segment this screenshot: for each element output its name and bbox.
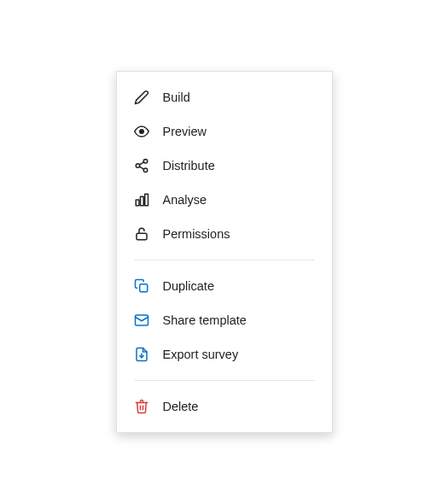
envelope-icon [134,313,149,328]
menu-item-distribute[interactable]: Distribute [117,149,332,183]
menu-divider [134,380,315,381]
copy-icon [134,278,149,294]
menu-item-label: Distribute [163,159,215,173]
trash-icon [134,399,149,414]
menu-item-label: Analyse [163,193,207,207]
menu-item-share-template[interactable]: Share template [117,303,332,337]
menu-item-analyse[interactable]: Analyse [117,183,332,217]
menu-item-label: Build [163,91,190,104]
svg-line-4 [139,167,143,169]
menu-divider [134,260,315,260]
svg-point-0 [139,129,143,133]
menu-item-label: Export survey [163,348,239,361]
svg-rect-6 [136,200,139,206]
pencil-icon [134,90,149,105]
context-menu: Build Preview Distribute [116,71,333,433]
download-file-icon [134,347,149,362]
menu-item-delete[interactable]: Delete [117,389,332,424]
menu-item-label: Share template [163,313,247,327]
lock-icon [134,226,149,242]
menu-item-duplicate[interactable]: Duplicate [117,269,332,303]
menu-item-export-survey[interactable]: Export survey [117,337,332,371]
bar-chart-icon [134,192,149,208]
menu-item-label: Permissions [163,227,230,241]
menu-item-preview[interactable]: Preview [117,114,332,149]
svg-line-5 [139,161,143,164]
svg-rect-9 [137,233,147,240]
menu-item-permissions[interactable]: Permissions [117,217,332,251]
menu-item-build[interactable]: Build [117,80,332,114]
svg-rect-7 [140,196,143,206]
share-icon [134,158,149,173]
menu-item-label: Preview [163,125,207,138]
eye-icon [134,124,149,139]
menu-item-label: Duplicate [163,279,214,293]
menu-item-label: Delete [163,400,199,413]
svg-rect-8 [144,194,148,206]
svg-rect-10 [139,284,147,291]
